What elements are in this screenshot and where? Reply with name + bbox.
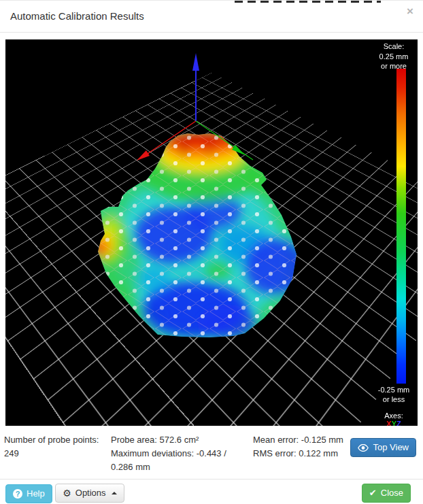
help-label: Help	[27, 488, 45, 499]
stat-max-deviations: Maximum deviations: -0.443 / 0.286 mm	[111, 447, 247, 474]
options-button[interactable]: ⚙ Options	[55, 484, 124, 503]
scale-max-qualifier: or more	[370, 62, 418, 71]
stat-probe-points: Number of probe points: 249	[4, 433, 109, 460]
axes-xyz-label: XYZ	[370, 420, 418, 426]
heightmap-surface	[5, 39, 418, 426]
x-axis-arrowhead	[137, 150, 150, 161]
modal-footer: ? Help ⚙ Options ✔ Close	[0, 479, 423, 504]
stat-mean-error: Mean error: -0.125 mm	[253, 433, 362, 447]
scale-min-value: -0.25 mm	[370, 386, 418, 394]
axis-y-letter: Y	[392, 420, 396, 426]
top-view-button[interactable]: Top View	[350, 438, 416, 457]
eye-icon	[358, 444, 369, 452]
check-icon: ✔	[369, 488, 377, 499]
stat-col-right: Mean error: -0.125 mm RMS error: 0.122 m…	[253, 433, 362, 460]
caret-up-icon	[112, 492, 117, 494]
gear-icon: ⚙	[63, 488, 71, 498]
axis-z-letter: Z	[396, 420, 401, 426]
modal-title: Automatic Calibration Results	[10, 10, 144, 22]
stat-probe-area: Probe area: 572.6 cm²	[111, 433, 247, 447]
help-button[interactable]: ? Help	[5, 484, 52, 503]
stat-rms-error: RMS error: 0.122 mm	[253, 447, 362, 460]
scale-min-qualifier: or less	[370, 395, 418, 404]
stat-col-middle: Probe area: 572.6 cm² Maximum deviations…	[111, 433, 247, 474]
axis-x-letter: X	[386, 420, 391, 426]
z-axis-arrowhead	[192, 53, 199, 71]
options-label: Options	[75, 488, 106, 499]
color-scale-bar	[396, 69, 406, 384]
close-button[interactable]: ✔ Close	[362, 484, 411, 503]
scale-label: Scale:	[370, 42, 418, 51]
surface-colors	[80, 121, 311, 352]
scale-max-value: 0.25 mm	[370, 52, 418, 61]
calibration-results-modal: Automatic Calibration Results ×	[0, 0, 423, 504]
calibration-3d-plot[interactable]: Scale: 0.25 mm or more -0.25 mm or less …	[5, 39, 418, 426]
close-icon[interactable]: ×	[407, 5, 413, 17]
close-label: Close	[381, 488, 403, 499]
probe-point-dots	[80, 121, 311, 352]
top-view-label: Top View	[373, 442, 409, 453]
modal-header: Automatic Calibration Results ×	[0, 1, 423, 33]
question-icon: ?	[13, 489, 22, 499]
